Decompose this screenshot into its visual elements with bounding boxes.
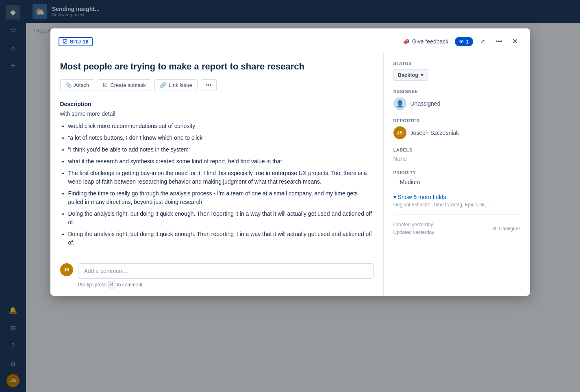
modal-header: ☑ SITJ-16 📣 Give feedback 👁 1 ↗ ••• [50,28,530,53]
show-more-sub: Original Estimate, Time tracking, Epic L… [393,202,520,208]
labels-value[interactable]: None [393,156,520,162]
chevron-down-icon: ▾ [421,72,424,78]
issue-title: Most people are trying to make a report … [60,61,374,73]
bullet-item: Finding the time to really go through th… [68,189,374,206]
megaphone-icon: 📣 [403,38,410,45]
link-issue-button[interactable]: 🔗 Link issue [154,79,198,91]
watch-count: 1 [466,39,469,45]
reporter-section: REPORTER JS Joseph Szczesniak [393,118,520,139]
comment-input[interactable]: Add a comment... [78,263,374,279]
bullet-item: Doing the analysis right, but doing it q… [68,210,374,227]
labels-section: LABELS None [393,147,520,162]
priority-up-icon: ↑ [393,178,397,186]
modal-overlay: ☑ SITJ-16 📣 Give feedback 👁 1 ↗ ••• [0,0,580,392]
configure-button[interactable]: ⚙ Configure [493,226,520,232]
gear-icon: ⚙ [493,226,497,232]
modal-left-panel: Most people are trying to make a report … [50,53,384,296]
assignee-label: ASSIGNEE [393,89,520,94]
assignee-row: 👤 Unassigned [393,97,520,110]
show-more-label: Show 5 more fields [398,194,446,200]
reporter-label: REPORTER [393,118,520,123]
labels-label: LABELS [393,147,520,152]
action-bar: 📎 Attach ☑ Create subtask 🔗 Link issue •… [60,79,374,91]
subtask-icon: ☑ [103,82,108,88]
status-label: STATUS [393,61,520,66]
share-button[interactable]: ↗ [476,35,489,48]
reporter-name[interactable]: Joseph Szczesniak [411,130,459,136]
create-subtask-label: Create subtask [110,82,146,88]
eye-icon: 👁 [459,39,464,45]
keyboard-shortcut: M [108,282,116,288]
close-button[interactable]: ✕ [509,35,522,48]
dots-icon: ••• [495,38,502,45]
bullet-item: The first challenge is getting buy-in on… [68,169,374,186]
paperclip-icon: 📎 [65,82,72,88]
bullet-item: “a lot of notes buttons, I don’t know wh… [68,134,374,142]
divider [393,214,520,214]
modal-right-panel: STATUS Backlog ▾ ASSIGNEE 👤 Unassigned [384,53,530,296]
create-subtask-button[interactable]: ☑ Create subtask [98,79,151,91]
meta-dates: Created yesterday Updated yesterday [393,221,434,236]
description-bullets: would click more recommendations out of … [60,122,374,247]
close-icon: ✕ [512,37,518,46]
modal-body: Most people are trying to make a report … [50,53,530,296]
user-icon: 👤 [396,100,404,108]
comment-section: JS Add a comment... [60,257,374,279]
assignee-name[interactable]: Unassigned [411,100,441,107]
assignee-section: ASSIGNEE 👤 Unassigned [393,89,520,110]
status-value: Backlog [398,72,419,78]
issue-id: SITJ-16 [70,39,89,45]
issue-id-badge: ☑ SITJ-16 [59,37,93,46]
commenter-avatar: JS [60,263,73,276]
status-dropdown[interactable]: Backlog ▾ [393,69,428,81]
more-dots-icon: ••• [206,82,212,88]
share-icon: ↗ [480,38,485,45]
watch-button[interactable]: 👁 1 [455,37,473,46]
priority-row: ↑ Medium [393,178,520,186]
modal: ☑ SITJ-16 📣 Give feedback 👁 1 ↗ ••• [50,28,530,296]
pro-tip: Pro tip: press M to comment [78,282,374,288]
created-text: Created yesterday [393,221,434,229]
bullet-item: would click more recommendations out of … [68,122,374,130]
assignee-avatar: 👤 [393,97,406,110]
more-options-button[interactable]: ••• [493,35,506,48]
status-section: STATUS Backlog ▾ [393,61,520,81]
bullet-item: “I think you’d be able to add notes in t… [68,145,374,154]
attach-label: Attach [74,82,89,88]
modal-header-actions: 📣 Give feedback 👁 1 ↗ ••• ✕ [400,35,522,48]
description-subtitle: with some more detail [60,110,374,117]
priority-value[interactable]: Medium [400,179,420,185]
updated-text: Updated yesterday [393,229,434,236]
meta-row: Created yesterday Updated yesterday ⚙ Co… [393,221,520,236]
bullet-item: Doing the analysis right, but doing it q… [68,230,374,247]
bullet-item: what if the research and synthesis creat… [68,157,374,166]
attach-button[interactable]: 📎 Attach [60,79,95,91]
show-more-fields-button[interactable]: ▾ Show 5 more fields [393,194,520,200]
link-issue-label: Link issue [169,82,192,88]
chevron-down-icon: ▾ [393,194,396,200]
reporter-avatar: JS [393,126,406,139]
description-heading: Description [60,101,374,107]
check-icon: ☑ [63,39,67,45]
link-icon: 🔗 [160,82,166,88]
feedback-button[interactable]: 📣 Give feedback [400,37,452,46]
configure-label: Configure [499,226,520,232]
reporter-row: JS Joseph Szczesniak [393,126,520,139]
description-section: Description with some more detail would … [60,101,374,247]
priority-section: PRIORITY ↑ Medium [393,170,520,186]
feedback-label: Give feedback [412,38,449,45]
priority-label: PRIORITY [393,170,520,175]
more-actions-button[interactable]: ••• [201,79,217,91]
